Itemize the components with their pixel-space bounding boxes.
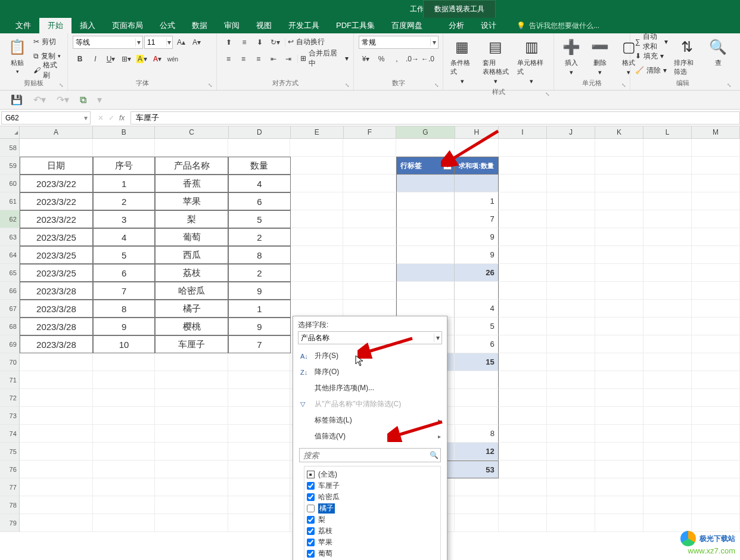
cell[interactable] xyxy=(499,264,547,282)
cell[interactable] xyxy=(396,264,455,282)
tab-pdf[interactable]: PDF工具集 xyxy=(328,18,383,33)
cell[interactable] xyxy=(499,353,547,371)
filter-caret-icon[interactable]: ▾ xyxy=(443,161,452,170)
dec-decimal-icon[interactable]: ←.0 xyxy=(421,52,435,66)
cell[interactable] xyxy=(155,496,228,514)
cell[interactable] xyxy=(595,443,643,461)
underline-button[interactable]: U▾ xyxy=(104,52,118,66)
cell[interactable] xyxy=(155,353,228,371)
orientation-icon[interactable]: ↻▾ xyxy=(268,36,282,49)
cell[interactable] xyxy=(595,264,643,282)
sort-desc-item[interactable]: Z↓降序(O) xyxy=(293,364,447,380)
cell[interactable] xyxy=(499,425,547,443)
cell[interactable] xyxy=(643,210,692,228)
row-header[interactable]: 76 xyxy=(0,461,20,478)
cell[interactable] xyxy=(692,461,740,478)
row-header[interactable]: 74 xyxy=(0,425,20,443)
cell[interactable] xyxy=(547,371,595,389)
cell[interactable] xyxy=(692,264,740,282)
cell[interactable]: 7 xyxy=(455,210,498,228)
cell[interactable] xyxy=(643,443,692,461)
cell[interactable] xyxy=(93,425,155,443)
cell[interactable] xyxy=(643,407,692,425)
cell[interactable]: 2023/3/28 xyxy=(20,300,93,318)
cell[interactable]: 行标签▾ xyxy=(396,157,455,175)
cell[interactable]: 9 xyxy=(455,228,498,246)
cell[interactable]: 9 xyxy=(93,318,155,335)
cell[interactable] xyxy=(499,496,547,514)
decrease-font-icon[interactable]: A▾ xyxy=(189,36,204,49)
filter-check-item[interactable]: 梨 xyxy=(307,514,438,525)
cell[interactable]: 樱桃 xyxy=(155,318,228,335)
cell[interactable] xyxy=(547,335,595,353)
cell[interactable] xyxy=(455,407,498,425)
clear-button[interactable]: 🧹 清除 ▾ xyxy=(635,64,668,76)
tab-design[interactable]: 设计 xyxy=(472,18,505,33)
cell[interactable]: 5 xyxy=(455,318,498,335)
cell[interactable] xyxy=(499,139,547,157)
col-header[interactable]: J xyxy=(547,126,595,138)
cell[interactable] xyxy=(155,514,228,532)
currency-icon[interactable]: ¥▾ xyxy=(359,52,373,66)
cell[interactable]: 6 xyxy=(93,264,155,282)
cell[interactable] xyxy=(228,139,290,157)
cell[interactable] xyxy=(455,175,498,192)
font-family-combo[interactable]: ▾ xyxy=(73,36,143,49)
cell[interactable] xyxy=(93,478,155,496)
enter-formula-icon[interactable]: ✓ xyxy=(108,114,114,122)
cell[interactable] xyxy=(643,300,692,318)
cell[interactable] xyxy=(692,139,740,157)
cell[interactable] xyxy=(499,246,547,264)
cell[interactable] xyxy=(343,192,396,210)
cell[interactable] xyxy=(93,371,155,389)
cell[interactable]: 7 xyxy=(228,335,290,353)
cell[interactable] xyxy=(643,228,692,246)
cell[interactable] xyxy=(93,407,155,425)
cell[interactable] xyxy=(228,371,290,389)
col-header[interactable]: A xyxy=(20,126,93,138)
cell[interactable] xyxy=(20,478,93,496)
cell[interactable] xyxy=(643,461,692,478)
wrap-text-button[interactable]: ↩自动换行 xyxy=(288,36,325,48)
cell[interactable] xyxy=(643,371,692,389)
cell[interactable] xyxy=(595,210,643,228)
cell[interactable] xyxy=(692,478,740,496)
cell[interactable] xyxy=(499,175,547,192)
row-header[interactable]: 61 xyxy=(0,192,20,210)
cell[interactable] xyxy=(692,175,740,192)
cell[interactable] xyxy=(228,496,290,514)
format-painter-button[interactable]: 🖌格式刷 xyxy=(33,64,63,76)
cell[interactable]: 8 xyxy=(455,425,499,443)
cell[interactable] xyxy=(547,228,595,246)
cell[interactable] xyxy=(595,478,643,496)
row-header[interactable]: 60 xyxy=(0,175,20,192)
cell[interactable] xyxy=(291,246,344,264)
cell[interactable] xyxy=(692,371,740,389)
cell[interactable] xyxy=(692,318,740,335)
cell[interactable]: 橘子 xyxy=(155,300,228,318)
cell[interactable]: 梨 xyxy=(155,210,228,228)
cell[interactable] xyxy=(692,246,740,264)
bold-button[interactable]: B xyxy=(73,52,87,66)
cell[interactable] xyxy=(692,300,740,318)
col-header[interactable]: L xyxy=(643,126,692,138)
value-filter-item[interactable]: 值筛选(V) xyxy=(293,428,447,444)
row-header[interactable]: 78 xyxy=(0,496,20,514)
cell[interactable]: 1 xyxy=(93,175,155,192)
cell[interactable]: 香蕉 xyxy=(155,175,228,192)
cell[interactable] xyxy=(643,389,692,407)
tab-file[interactable]: 文件 xyxy=(7,18,39,33)
cell[interactable] xyxy=(692,407,740,425)
cell[interactable]: 4 xyxy=(93,228,155,246)
cell[interactable] xyxy=(155,425,228,443)
cell[interactable] xyxy=(692,282,740,300)
cell[interactable]: 2023/3/25 xyxy=(20,246,93,264)
cell[interactable]: 26 xyxy=(455,264,498,282)
cell[interactable]: 2023/3/25 xyxy=(20,264,93,282)
cell[interactable]: 苹果 xyxy=(155,192,228,210)
cell[interactable] xyxy=(547,264,595,282)
number-format-combo[interactable]: ▾ xyxy=(359,36,439,49)
merge-center-button[interactable]: ⊞合并后居中▾ xyxy=(300,52,349,64)
cell[interactable]: 日期 xyxy=(20,157,93,175)
cell[interactable] xyxy=(692,192,740,210)
